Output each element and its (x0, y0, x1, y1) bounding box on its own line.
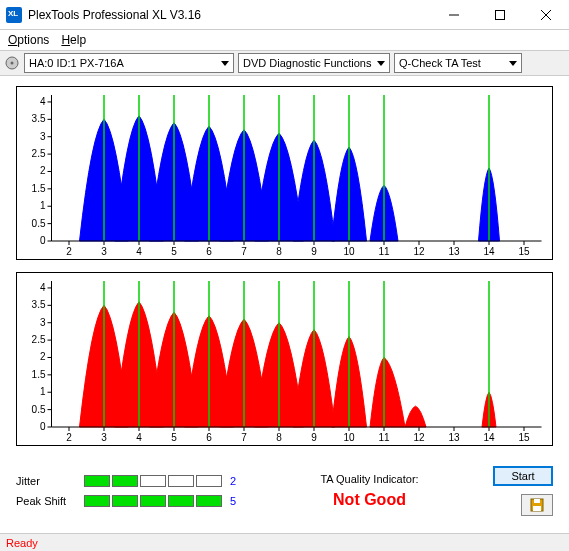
svg-text:3: 3 (40, 131, 46, 142)
svg-text:2.5: 2.5 (32, 334, 46, 345)
chart-top: 00.511.522.533.5423456789101112131415 (16, 86, 553, 260)
bar-segment (84, 495, 110, 507)
chart-bottom: 00.511.522.533.5423456789101112131415 (16, 272, 553, 446)
svg-text:10: 10 (343, 246, 355, 257)
bar-segment (140, 475, 166, 487)
bar-segment (140, 495, 166, 507)
jitter-row: Jitter 2 (16, 475, 246, 487)
svg-text:1.5: 1.5 (32, 369, 46, 380)
svg-text:15: 15 (518, 246, 530, 257)
jitter-bars (84, 475, 222, 487)
close-button[interactable] (523, 0, 569, 30)
bar-segment (168, 475, 194, 487)
ta-block: TA Quality Indicator: Not Good (254, 473, 485, 509)
drive-icon (4, 55, 20, 71)
function-select[interactable]: DVD Diagnostic Functions (238, 53, 390, 73)
menu-help[interactable]: Help (61, 33, 86, 47)
peak-label: Peak Shift (16, 495, 76, 507)
svg-text:4: 4 (40, 96, 46, 107)
svg-text:11: 11 (378, 432, 390, 443)
svg-text:9: 9 (311, 246, 317, 257)
svg-text:5: 5 (171, 432, 177, 443)
start-button[interactable]: Start (493, 466, 553, 486)
metrics: Jitter 2 Peak Shift 5 (16, 475, 246, 507)
svg-text:2: 2 (40, 165, 46, 176)
jitter-value: 2 (230, 475, 246, 487)
svg-text:0: 0 (40, 421, 46, 432)
drive-select[interactable]: HA:0 ID:1 PX-716A (24, 53, 234, 73)
svg-text:1.5: 1.5 (32, 183, 46, 194)
menu-options[interactable]: Options (8, 33, 49, 47)
drive-select-label: HA:0 ID:1 PX-716A (29, 57, 124, 69)
window-title: PlexTools Professional XL V3.16 (28, 8, 431, 22)
chart-bottom-svg: 00.511.522.533.5423456789101112131415 (17, 273, 552, 445)
svg-text:12: 12 (413, 246, 425, 257)
svg-text:4: 4 (136, 432, 142, 443)
test-select[interactable]: Q-Check TA Test (394, 53, 522, 73)
minimize-button[interactable] (431, 0, 477, 30)
svg-text:14: 14 (483, 246, 495, 257)
peak-row: Peak Shift 5 (16, 495, 246, 507)
svg-text:3: 3 (101, 246, 107, 257)
ta-value: Not Good (254, 491, 485, 509)
svg-text:12: 12 (413, 432, 425, 443)
minimize-icon (449, 10, 459, 20)
svg-text:4: 4 (136, 246, 142, 257)
bottom-panel: Jitter 2 Peak Shift 5 TA Quality Indicat… (0, 462, 569, 522)
ta-label: TA Quality Indicator: (254, 473, 485, 485)
svg-text:3.5: 3.5 (32, 113, 46, 124)
maximize-icon (495, 10, 505, 20)
svg-text:0.5: 0.5 (32, 404, 46, 415)
menubar: Options Help (0, 30, 569, 50)
svg-text:2: 2 (66, 432, 72, 443)
svg-text:9: 9 (311, 432, 317, 443)
statusbar: Ready (0, 533, 569, 551)
titlebar: PlexTools Professional XL V3.16 (0, 0, 569, 30)
bar-segment (168, 495, 194, 507)
maximize-button[interactable] (477, 0, 523, 30)
svg-text:10: 10 (343, 432, 355, 443)
chart-area: 00.511.522.533.5423456789101112131415 00… (0, 76, 569, 462)
svg-text:2.5: 2.5 (32, 148, 46, 159)
svg-text:6: 6 (206, 246, 212, 257)
svg-text:8: 8 (276, 432, 282, 443)
svg-text:0: 0 (40, 235, 46, 246)
svg-text:3.5: 3.5 (32, 299, 46, 310)
svg-text:0.5: 0.5 (32, 218, 46, 229)
svg-text:4: 4 (40, 282, 46, 293)
svg-text:7: 7 (241, 432, 247, 443)
svg-point-5 (11, 62, 14, 65)
svg-rect-123 (534, 499, 540, 503)
svg-text:7: 7 (241, 246, 247, 257)
svg-text:14: 14 (483, 432, 495, 443)
svg-text:13: 13 (448, 432, 460, 443)
svg-text:5: 5 (171, 246, 177, 257)
bar-segment (84, 475, 110, 487)
svg-text:6: 6 (206, 432, 212, 443)
test-select-label: Q-Check TA Test (399, 57, 481, 69)
bar-segment (196, 495, 222, 507)
bar-segment (196, 475, 222, 487)
svg-text:15: 15 (518, 432, 530, 443)
svg-text:1: 1 (40, 386, 46, 397)
window-controls (431, 0, 569, 30)
chart-top-svg: 00.511.522.533.5423456789101112131415 (17, 87, 552, 259)
save-button[interactable] (521, 494, 553, 516)
peak-bars (84, 495, 222, 507)
svg-text:13: 13 (448, 246, 460, 257)
close-icon (541, 10, 551, 20)
jitter-label: Jitter (16, 475, 76, 487)
bar-segment (112, 475, 138, 487)
save-icon (529, 497, 545, 513)
peak-value: 5 (230, 495, 246, 507)
svg-text:11: 11 (378, 246, 390, 257)
svg-text:8: 8 (276, 246, 282, 257)
bar-segment (112, 495, 138, 507)
svg-text:3: 3 (101, 432, 107, 443)
svg-text:3: 3 (40, 317, 46, 328)
svg-text:2: 2 (40, 351, 46, 362)
svg-text:1: 1 (40, 200, 46, 211)
toolbar: HA:0 ID:1 PX-716A DVD Diagnostic Functio… (0, 50, 569, 76)
svg-rect-124 (533, 506, 541, 511)
status-text: Ready (6, 537, 38, 549)
